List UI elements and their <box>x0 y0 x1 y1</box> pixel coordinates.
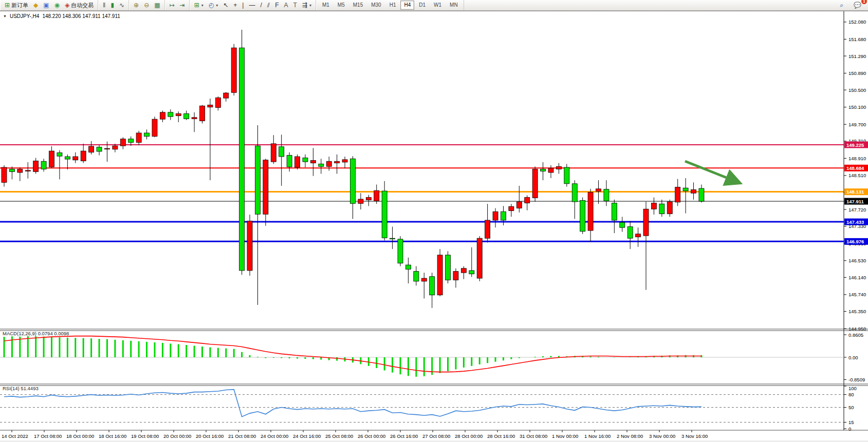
collapse-icon[interactable]: ▼ <box>3 14 7 18</box>
candle-body[interactable] <box>239 48 245 271</box>
candle-body[interactable] <box>184 113 189 119</box>
timeframe-button-h4[interactable]: H4 <box>400 1 414 10</box>
timeframe-button-w1[interactable]: W1 <box>430 1 445 10</box>
candle-body[interactable] <box>208 105 213 107</box>
candle-body[interactable] <box>382 191 387 238</box>
candle-body[interactable] <box>588 193 593 231</box>
candle-body[interactable] <box>335 161 340 163</box>
candle-body[interactable] <box>65 157 70 159</box>
candle-body[interactable] <box>516 202 522 208</box>
candle-body[interactable] <box>358 199 363 203</box>
candle-body[interactable] <box>263 160 268 215</box>
candle-body[interactable] <box>564 167 569 184</box>
candle-body[interactable] <box>231 48 236 92</box>
text-button[interactable]: A <box>282 1 290 10</box>
candle-body[interactable] <box>627 227 633 239</box>
candle-body[interactable] <box>176 113 181 116</box>
candle-body[interactable] <box>572 184 577 202</box>
candle-body[interactable] <box>168 112 173 117</box>
candle-body[interactable] <box>33 161 39 171</box>
candle-body[interactable] <box>247 221 252 271</box>
search-button[interactable]: ⌕ <box>838 1 845 10</box>
candle-body[interactable] <box>643 209 649 236</box>
candle-body[interactable] <box>97 147 102 151</box>
horizontal-line-button[interactable]: — <box>247 1 257 10</box>
timeframe-button-mn[interactable]: MN <box>446 1 461 10</box>
candle-body[interactable] <box>636 234 641 237</box>
timeframe-button-m5[interactable]: M5 <box>334 1 348 10</box>
candle-body[interactable] <box>414 272 419 281</box>
candle-body[interactable] <box>136 133 141 142</box>
candle-body[interactable] <box>350 159 355 203</box>
tile-windows-button[interactable]: ▦ <box>152 1 162 10</box>
zoom-in-button[interactable]: ⊕ <box>132 1 141 10</box>
timeframe-button-m30[interactable]: M30 <box>367 1 384 10</box>
candle-body[interactable] <box>430 277 435 295</box>
candle-body[interactable] <box>200 106 205 121</box>
candle-body[interactable] <box>120 139 125 146</box>
candle-body[interactable] <box>485 220 490 238</box>
candle-body[interactable] <box>675 187 680 202</box>
candle-body[interactable] <box>73 157 78 160</box>
cursor-button[interactable]: ↖ <box>221 1 230 10</box>
candle-body[interactable] <box>398 239 403 263</box>
candle-body[interactable] <box>342 160 347 162</box>
candle-body[interactable] <box>580 200 585 231</box>
candle-body[interactable] <box>667 202 672 214</box>
candle-body[interactable] <box>421 278 427 281</box>
candle-body[interactable] <box>295 157 300 167</box>
candle-body[interactable] <box>128 139 134 143</box>
web-terminal-button[interactable]: ▣ <box>41 1 51 10</box>
timeframe-button-d1[interactable]: D1 <box>415 1 429 10</box>
crosshair-button[interactable]: + <box>231 1 239 10</box>
candle-body[interactable] <box>326 161 331 166</box>
candle-body[interactable] <box>525 198 530 203</box>
candle-body[interactable] <box>366 198 371 200</box>
candle-body[interactable] <box>303 158 308 162</box>
candle-body[interactable] <box>390 238 395 239</box>
candle-body[interactable] <box>9 169 14 171</box>
candle-body[interactable] <box>405 265 411 269</box>
indicators-button[interactable]: ⊞▾ <box>192 1 206 10</box>
line-chart-button[interactable]: ∿ <box>117 1 126 10</box>
candle-body[interactable] <box>17 169 23 172</box>
candle-body[interactable] <box>310 161 316 163</box>
bar-chart-button[interactable]: ⫴ <box>101 1 107 10</box>
arrows-button[interactable]: ⇶▾ <box>300 1 313 10</box>
candle-body[interactable] <box>319 164 324 166</box>
fibonacci-button[interactable]: F <box>273 1 281 10</box>
text-label-button[interactable]: T <box>291 1 299 10</box>
signals-button[interactable]: ◉ <box>52 1 62 10</box>
candle-body[interactable] <box>255 146 260 214</box>
auto-trading-button[interactable]: ◈自动交易 <box>63 1 96 10</box>
candle-body[interactable] <box>612 203 617 220</box>
timeframe-button-m1[interactable]: M1 <box>319 1 333 10</box>
periods-button[interactable]: ◴▾ <box>207 1 220 10</box>
candle-body[interactable] <box>113 146 118 149</box>
candle-body[interactable] <box>144 133 150 137</box>
candle-body[interactable] <box>49 151 54 167</box>
candle-body[interactable] <box>287 156 292 167</box>
candle-body[interactable] <box>683 188 688 191</box>
candle-body[interactable] <box>89 146 94 152</box>
new-order-button[interactable]: ⊞新订单 <box>3 1 30 10</box>
timeframe-button-m15[interactable]: M15 <box>349 1 366 10</box>
candle-body[interactable] <box>25 170 30 171</box>
candle-body[interactable] <box>2 167 7 182</box>
candle-body[interactable] <box>453 272 458 280</box>
candle-body[interactable] <box>224 93 229 98</box>
candle-body[interactable] <box>501 212 506 220</box>
chart-window[interactable]: ▼ USDJPY-,H4 148.220 148.306 147.911 147… <box>0 11 868 442</box>
candle-body[interactable] <box>81 151 86 161</box>
candle-body[interactable] <box>509 206 514 210</box>
candle-body[interactable] <box>596 189 601 191</box>
candle-body[interactable] <box>437 255 442 295</box>
notifications-button[interactable]: 💬1 <box>852 1 863 10</box>
candle-body[interactable] <box>446 255 451 280</box>
zoom-out-button[interactable]: ⊖ <box>142 1 151 10</box>
history-center-button[interactable]: ◆ <box>31 1 40 10</box>
candle-body[interactable] <box>41 161 46 169</box>
chart-canvas[interactable]: 152.080151.680151.290150.890150.500150.1… <box>0 11 868 442</box>
candle-body[interactable] <box>279 147 284 157</box>
candle-body[interactable] <box>477 238 482 278</box>
